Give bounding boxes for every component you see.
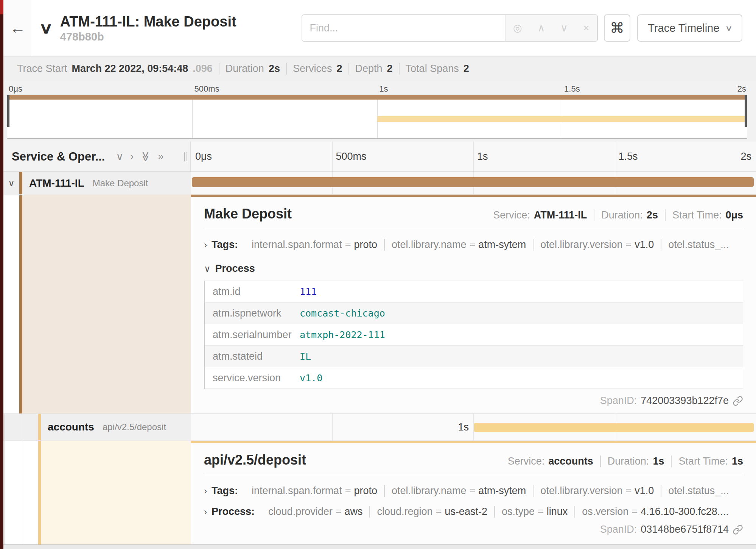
summary-total-spans: Total Spans 2 — [400, 63, 475, 75]
detail-meta: Service:accounts Duration:1s Start Time:… — [501, 455, 743, 467]
span-detail-card-accounts: api/v2.5/deposit Service:accounts Durati… — [191, 441, 756, 544]
tags-collapsed-chevron-icon[interactable]: › — [204, 486, 207, 496]
tag-chip: internal.span.format=proto — [245, 239, 385, 251]
trace-start-value: March 22 2022, 09:54:48 — [72, 63, 188, 75]
view-selector-label: Trace Timeline — [648, 22, 719, 34]
back-button[interactable]: ← — [3, 0, 32, 56]
tick-gridline — [332, 142, 333, 172]
process-collapsed-chevron-icon[interactable]: › — [204, 507, 207, 517]
minimap-tick-0: 0μs — [9, 84, 22, 94]
trace-timeline-page: ← ∨ ATM-111-IL: Make Deposit 478b80b ◎ ∧… — [3, 0, 756, 549]
find-target-icon[interactable]: ◎ — [513, 22, 522, 34]
summary-trace-start: Trace Start March 22 2022, 09:54:48.096 — [11, 63, 219, 75]
tag-chip: internal.span.format=proto — [245, 485, 385, 497]
find-input[interactable] — [302, 15, 505, 41]
find-prev-icon[interactable]: ∧ — [537, 22, 545, 34]
divider — [204, 475, 743, 475]
table-row: atm.stateid IL — [205, 346, 743, 367]
tags-label[interactable]: Tags: — [212, 485, 238, 497]
tags-row[interactable]: › Tags: internal.span.format=proto otel.… — [204, 485, 743, 497]
view-selector-dropdown[interactable]: Trace Timeline ∨ — [637, 14, 742, 42]
page-bottom-border — [3, 544, 756, 549]
expand-all-icon[interactable]: » — [158, 151, 163, 162]
process-section-header[interactable]: ∨ Process — [204, 263, 743, 274]
dropdown-caret-icon: ∨ — [725, 23, 733, 33]
kv-value: IL — [300, 351, 311, 362]
timeline-header-row: Service & Oper... ∨ › ≫ » 0μs 500ms 1s 1… — [3, 142, 756, 172]
span-operation-name: api/v2.5/deposit — [103, 422, 166, 432]
minimap-tick-4: 2s — [737, 84, 746, 94]
total-spans-label: Total Spans — [406, 63, 459, 75]
trace-start-label: Trace Start — [17, 63, 67, 75]
span-duration-label: 1s — [458, 421, 473, 433]
link-icon[interactable] — [733, 396, 743, 406]
depth-value: 2 — [387, 63, 393, 75]
tree-guide-line — [22, 441, 22, 544]
span-collapse-chevron-icon[interactable]: ∨ — [3, 178, 19, 189]
collapse-one-icon[interactable]: ∨ — [116, 151, 123, 163]
keyboard-shortcuts-button[interactable]: ⌘ — [604, 14, 631, 42]
process-label[interactable]: Process — [215, 263, 255, 274]
find-clear-icon[interactable]: × — [583, 22, 590, 34]
service-label: Service: — [493, 209, 530, 221]
span-name-cell-atm[interactable]: ∨ ATM-111-IL Make Deposit — [3, 172, 191, 194]
rail-service-line-atm — [19, 195, 22, 413]
process-row[interactable]: › Process: cloud.provider=aws cloud.regi… — [204, 506, 743, 518]
start-time-label: Start Time: — [678, 455, 728, 467]
minimap-span-bar-atm — [7, 95, 747, 100]
tags-label[interactable]: Tags: — [212, 239, 238, 251]
span-service-name[interactable]: ATM-111-IL — [29, 177, 84, 189]
span-row-atm[interactable]: ∨ ATM-111-IL Make Deposit — [3, 172, 756, 195]
column-resizer[interactable] — [184, 152, 187, 161]
tag-chip: otel.status_... — [661, 485, 736, 497]
rail-spacer — [3, 195, 19, 413]
process-expanded-chevron-icon[interactable]: ∨ — [204, 264, 211, 274]
collapse-all-icon[interactable]: ≫ — [140, 151, 152, 162]
tag-chip: otel.library.name=atm-sytem — [385, 485, 534, 497]
spanid-label: SpanID: — [600, 524, 637, 535]
tags-row[interactable]: › Tags: internal.span.format=proto otel.… — [204, 239, 743, 251]
span-bar-atm[interactable] — [192, 177, 754, 187]
kv-value: v1.0 — [300, 373, 322, 384]
spanid-value: 03148be6751f8714 — [641, 524, 729, 535]
service-label: Service: — [508, 455, 545, 467]
tag-chip: otel.library.version=v1.0 — [534, 485, 661, 497]
duration-value: 1s — [653, 455, 664, 467]
tags-collapsed-chevron-icon[interactable]: › — [204, 240, 207, 250]
minimap-canvas[interactable] — [7, 95, 747, 139]
tick-gridline — [615, 142, 615, 172]
services-value: 2 — [336, 63, 342, 75]
span-service-name[interactable]: accounts — [48, 421, 94, 433]
find-next-icon[interactable]: ∨ — [560, 22, 568, 34]
find-actions: ◎ ∧ ∨ × — [505, 15, 597, 41]
span-operation-name: Make Deposit — [93, 178, 148, 189]
duration-value: 2s — [269, 63, 280, 75]
span-bar-accounts[interactable] — [474, 423, 754, 432]
kv-key: service.version — [205, 372, 300, 384]
service-color-marker-accounts — [38, 414, 41, 440]
tree-guide-line — [4, 414, 5, 440]
spanid-label: SpanID: — [600, 395, 637, 407]
find-control: ◎ ∧ ∨ × — [302, 14, 598, 42]
trace-summary-bar: Trace Start March 22 2022, 09:54:48.096 … — [3, 56, 756, 81]
process-label[interactable]: Process: — [212, 506, 255, 518]
background-window-sliver — [0, 0, 3, 549]
services-label: Services — [293, 63, 332, 75]
minimap-right-scrub-handle[interactable] — [745, 95, 747, 127]
trace-collapse-chevron-icon[interactable]: ∨ — [39, 19, 53, 37]
span-name-cell-accounts[interactable]: accounts api/v2.5/deposit — [3, 414, 191, 440]
duration-label: Duration: — [601, 209, 643, 221]
span-timeline-cell-atm[interactable] — [191, 172, 756, 194]
link-icon[interactable] — [733, 524, 743, 535]
span-timeline-cell-accounts[interactable]: 1s — [191, 414, 756, 440]
minimap-left-scrub-handle[interactable] — [7, 95, 9, 127]
tick-label-2: 1s — [477, 151, 488, 162]
kv-value: 111 — [300, 286, 317, 297]
start-time-value: 1s — [732, 455, 743, 467]
kv-value: comcast-chicago — [300, 308, 385, 319]
expand-one-icon[interactable]: › — [130, 151, 134, 162]
detail-rail-atm — [3, 195, 191, 413]
trace-id: 478b80b — [60, 30, 236, 43]
start-time-label: Start Time: — [672, 209, 722, 221]
span-row-accounts[interactable]: accounts api/v2.5/deposit 1s — [3, 413, 756, 441]
